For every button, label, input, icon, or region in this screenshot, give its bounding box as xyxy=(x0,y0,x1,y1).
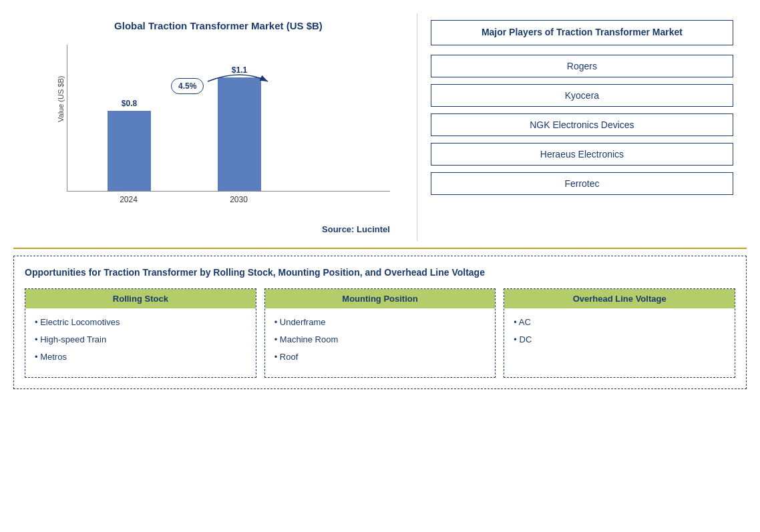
overhead-voltage-column: Overhead Line Voltage AC DC xyxy=(504,288,735,378)
chart-section: Global Traction Transformer Market (US $… xyxy=(13,13,417,241)
bar-2024 xyxy=(108,111,151,191)
rolling-stock-header: Rolling Stock xyxy=(25,289,256,308)
rolling-item-1: High-speed Train xyxy=(35,334,246,346)
x-label-2024: 2024 xyxy=(107,195,150,204)
players-title: Major Players of Traction Transformer Ma… xyxy=(431,20,733,45)
mounting-item-2: Roof xyxy=(274,351,486,363)
bar-value-2024: $0.8 xyxy=(122,99,137,108)
columns-row: Rolling Stock Electric Locomotives High-… xyxy=(25,288,735,378)
player-kyocera: Kyocera xyxy=(431,84,733,107)
cagr-arrow xyxy=(208,75,274,115)
mounting-position-header: Mounting Position xyxy=(265,289,496,308)
voltage-item-0: AC xyxy=(514,316,725,328)
mounting-position-content: Underframe Machine Room Roof xyxy=(265,308,496,377)
bar-value-2030: $1.1 xyxy=(232,65,247,75)
source-text: Source: Lucintel xyxy=(33,224,403,234)
rolling-stock-content: Electric Locomotives High-speed Train Me… xyxy=(25,308,256,377)
cagr-bubble: 4.5% xyxy=(171,78,204,94)
player-rogers: Rogers xyxy=(431,55,733,77)
mounting-item-0: Underframe xyxy=(274,316,486,328)
players-section: Major Players of Traction Transformer Ma… xyxy=(417,13,747,241)
overhead-voltage-content: AC DC xyxy=(504,308,735,359)
x-label-2030: 2030 xyxy=(217,195,260,204)
rolling-stock-column: Rolling Stock Electric Locomotives High-… xyxy=(25,288,256,378)
mounting-position-column: Mounting Position Underframe Machine Roo… xyxy=(264,288,496,378)
player-heraeus: Heraeus Electronics xyxy=(431,143,733,166)
rolling-item-0: Electric Locomotives xyxy=(35,316,246,328)
rolling-item-2: Metros xyxy=(35,351,246,363)
cagr-area: 4.5% xyxy=(171,78,204,94)
opportunities-section: Opportunities for Traction Transformer b… xyxy=(13,256,747,389)
chart-title: Global Traction Transformer Market (US $… xyxy=(33,20,403,31)
overhead-voltage-header: Overhead Line Voltage xyxy=(504,289,735,308)
mounting-item-1: Machine Room xyxy=(274,334,486,346)
player-ngk: NGK Electronics Devices xyxy=(431,113,733,136)
opportunities-title: Opportunities for Traction Transformer b… xyxy=(25,267,735,278)
y-axis-label: Value (US $B) xyxy=(57,75,65,122)
voltage-item-1: DC xyxy=(514,334,725,346)
player-ferrotec: Ferrotec xyxy=(431,172,733,195)
